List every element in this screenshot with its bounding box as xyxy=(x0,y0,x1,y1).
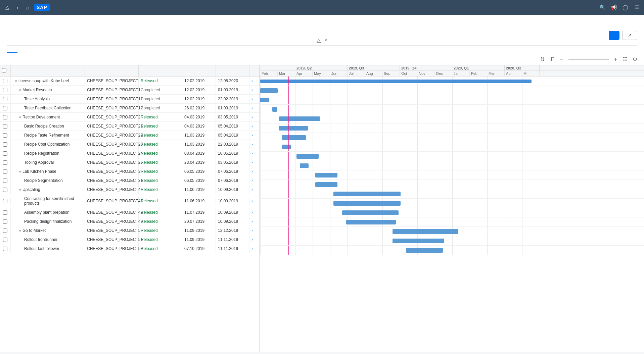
gantt-bar[interactable] xyxy=(300,163,309,168)
gantt-bar[interactable] xyxy=(296,154,319,159)
row-nav-arrow[interactable]: › xyxy=(251,246,253,251)
zoom-out-icon[interactable]: − xyxy=(558,56,564,63)
row-checkbox[interactable] xyxy=(3,219,7,224)
row-nav-arrow[interactable]: › xyxy=(251,124,253,129)
gantt-bar[interactable] xyxy=(393,229,458,234)
gantt-bar[interactable] xyxy=(315,173,337,178)
zoom-in-icon[interactable]: + xyxy=(613,56,618,63)
dropdown-icon[interactable] xyxy=(322,4,329,11)
table-view-icon[interactable]: ☷ xyxy=(621,55,629,63)
gantt-bar[interactable] xyxy=(406,248,443,253)
row-nav-arrow[interactable]: › xyxy=(251,106,253,110)
row-nav-arrow[interactable]: › xyxy=(251,228,253,233)
row-checkbox[interactable] xyxy=(3,199,7,203)
row-checkbox-cell xyxy=(0,104,11,112)
row-status-cell: Released xyxy=(139,167,182,176)
today-line xyxy=(288,114,289,123)
row-checkbox[interactable] xyxy=(3,188,7,192)
gantt-bar[interactable] xyxy=(315,182,337,187)
gantt-bar[interactable] xyxy=(260,98,269,102)
search-icon[interactable]: 🔍 xyxy=(599,4,606,11)
row-checkbox[interactable] xyxy=(3,106,7,110)
open-in-button[interactable]: ↗ xyxy=(622,31,637,40)
row-checkbox[interactable] xyxy=(3,238,7,242)
row-nav-arrow[interactable]: › xyxy=(251,151,253,156)
row-name-cell: Recipe Segmentation xyxy=(11,176,85,185)
row-nav-cell: › xyxy=(249,167,260,176)
row-nav-arrow[interactable]: › xyxy=(251,178,253,183)
gantt-bar[interactable] xyxy=(282,145,291,149)
zoom-slider[interactable] xyxy=(568,59,609,60)
row-nav-arrow[interactable]: › xyxy=(251,115,253,119)
gantt-bar[interactable] xyxy=(260,88,278,93)
back-icon[interactable]: ‹ xyxy=(14,4,21,11)
gantt-bar[interactable] xyxy=(346,220,396,224)
row-nav-arrow[interactable]: › xyxy=(251,79,253,83)
gantt-bar[interactable] xyxy=(342,210,399,215)
row-nav-arrow[interactable]: › xyxy=(251,97,253,101)
tab-project-structure[interactable] xyxy=(7,46,17,53)
row-checkbox[interactable] xyxy=(3,133,7,138)
gantt-bar[interactable] xyxy=(393,239,444,243)
row-name-cell: Basic Recipe Creation xyxy=(11,122,85,131)
gantt-bar[interactable] xyxy=(279,126,308,131)
sort-icon[interactable]: ⇅ xyxy=(539,55,546,63)
row-checkbox[interactable] xyxy=(3,115,7,119)
settings-icon[interactable]: ⚙ xyxy=(631,55,639,63)
gantt-bar[interactable] xyxy=(282,135,306,140)
expand-icon[interactable]: ∨ xyxy=(19,115,21,119)
expand-icon[interactable]: ∨ xyxy=(19,229,21,233)
table-row: Recipe RegistrationCHEESE_SOUP_PROJECT24… xyxy=(0,149,260,158)
row-checkbox[interactable] xyxy=(3,179,7,183)
gantt-area: 2019, Q22019, Q32019, Q42020, Q12020, Q2… xyxy=(260,65,644,352)
collapse-icon[interactable]: △ xyxy=(317,37,321,43)
today-line xyxy=(288,227,289,236)
row-nav-arrow[interactable]: › xyxy=(251,169,253,174)
row-nav-arrow[interactable]: › xyxy=(251,160,253,165)
row-nav-arrow[interactable]: › xyxy=(251,133,253,138)
table-header xyxy=(0,65,260,77)
clock-icon[interactable]: ◯ xyxy=(622,4,629,11)
gantt-bar[interactable] xyxy=(333,201,401,206)
row-checkbox[interactable] xyxy=(3,229,7,233)
expand-icon[interactable]: ∨ xyxy=(15,79,17,83)
row-nav-arrow[interactable]: › xyxy=(251,199,253,203)
row-checkbox[interactable] xyxy=(3,79,7,83)
expand-icon[interactable]: ∨ xyxy=(19,88,21,92)
select-all-checkbox[interactable] xyxy=(2,68,6,72)
pin-icon[interactable]: ⌖ xyxy=(325,37,328,43)
menu-icon[interactable]: ☰ xyxy=(633,4,640,11)
edit-button[interactable] xyxy=(609,31,619,40)
row-nav-arrow[interactable]: › xyxy=(251,237,253,242)
gantt-bar[interactable] xyxy=(333,192,401,196)
row-nav-arrow[interactable]: › xyxy=(251,187,253,192)
row-checkbox[interactable] xyxy=(3,97,7,101)
gantt-bar[interactable] xyxy=(272,107,277,112)
home-icon[interactable]: ⌂ xyxy=(24,4,31,11)
row-checkbox[interactable] xyxy=(3,124,7,129)
row-nav-arrow[interactable]: › xyxy=(251,210,253,215)
row-checkbox[interactable] xyxy=(3,169,7,174)
filter-icon[interactable]: ⇵ xyxy=(549,55,556,63)
row-checkbox[interactable] xyxy=(3,88,7,92)
row-checkbox[interactable] xyxy=(3,142,7,147)
row-finish-cell: 22.03.2019 xyxy=(216,140,249,149)
row-checkbox-cell xyxy=(0,186,11,194)
row-checkbox[interactable] xyxy=(3,247,7,251)
gantt-month: Aug xyxy=(365,71,382,76)
row-nav-arrow[interactable]: › xyxy=(251,219,253,224)
gantt-row xyxy=(260,189,644,199)
row-checkbox[interactable] xyxy=(3,210,7,215)
row-checkbox-cell xyxy=(0,208,11,217)
person-icon[interactable]: △ xyxy=(4,4,11,11)
row-checkbox[interactable] xyxy=(3,151,7,156)
expand-icon[interactable]: ∨ xyxy=(19,170,21,173)
gantt-bar[interactable] xyxy=(260,80,532,83)
row-nav-arrow[interactable]: › xyxy=(251,142,253,147)
expand-icon[interactable]: ∨ xyxy=(19,188,21,192)
gantt-bar[interactable] xyxy=(279,116,320,121)
row-checkbox[interactable] xyxy=(3,160,7,165)
row-nav-arrow[interactable]: › xyxy=(251,88,253,92)
megaphone-icon[interactable]: 📢 xyxy=(610,4,617,11)
header-actions: ↗ xyxy=(609,31,637,40)
